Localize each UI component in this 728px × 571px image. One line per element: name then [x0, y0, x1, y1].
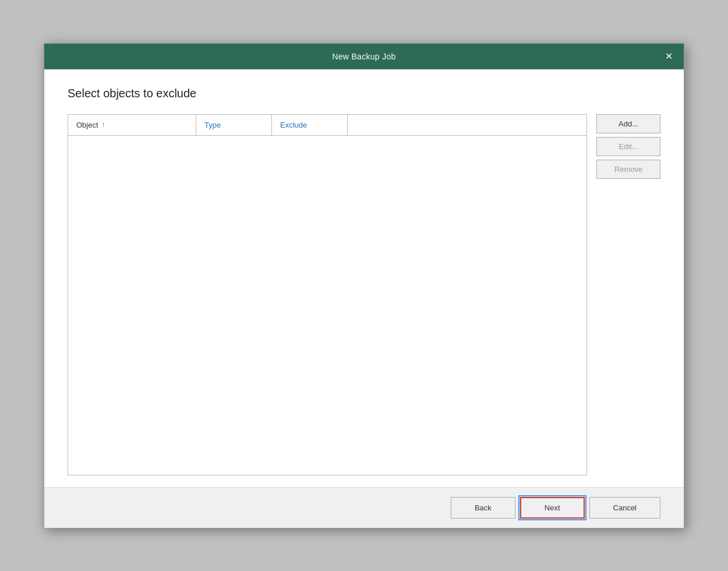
- next-button[interactable]: Next: [520, 497, 585, 519]
- close-button[interactable]: ✕: [663, 51, 674, 62]
- table-body: [68, 136, 586, 468]
- back-button[interactable]: Back: [451, 497, 515, 519]
- column-exclude[interactable]: Exclude: [272, 115, 348, 135]
- column-exclude-label: Exclude: [280, 121, 307, 129]
- column-type[interactable]: Type: [196, 115, 272, 135]
- column-type-label: Type: [204, 121, 221, 129]
- page-title: Select objects to exclude: [68, 87, 660, 100]
- cancel-button[interactable]: Cancel: [589, 497, 660, 519]
- dialog-footer: Back Next Cancel: [44, 487, 684, 528]
- column-extra: [348, 115, 586, 135]
- title-bar: New Backup Job ✕: [44, 44, 684, 69]
- dialog-body: Select objects to exclude Object ↑ Type …: [44, 69, 684, 487]
- dialog-title: New Backup Job: [65, 52, 663, 61]
- objects-table: Object ↑ Type Exclude: [68, 114, 587, 475]
- content-area: Object ↑ Type Exclude Add... Edit...: [68, 114, 660, 475]
- column-object-label: Object: [76, 121, 98, 129]
- new-backup-job-dialog: New Backup Job ✕ Select objects to exclu…: [44, 43, 684, 528]
- side-buttons: Add... Edit... Remove: [596, 114, 660, 179]
- add-button[interactable]: Add...: [596, 114, 660, 133]
- table-header: Object ↑ Type Exclude: [68, 115, 586, 136]
- column-object[interactable]: Object ↑: [68, 115, 196, 135]
- remove-button[interactable]: Remove: [596, 160, 660, 179]
- sort-arrow-icon: ↑: [102, 121, 105, 129]
- edit-button[interactable]: Edit...: [596, 137, 660, 156]
